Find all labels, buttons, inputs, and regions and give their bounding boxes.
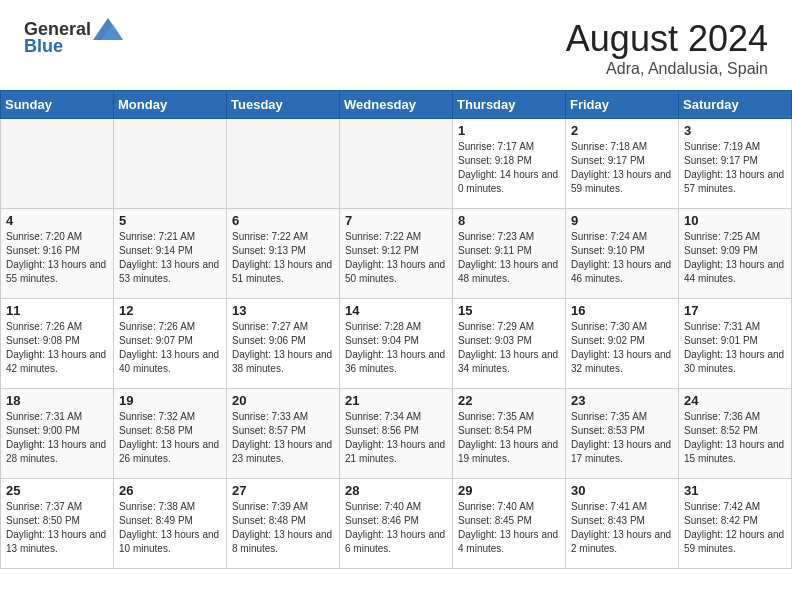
day-info: Sunrise: 7:34 AM Sunset: 8:56 PM Dayligh… <box>345 410 447 466</box>
day-number: 17 <box>684 303 786 318</box>
day-info: Sunrise: 7:35 AM Sunset: 8:54 PM Dayligh… <box>458 410 560 466</box>
calendar-cell: 4 Sunrise: 7:20 AM Sunset: 9:16 PM Dayli… <box>1 209 114 299</box>
day-info: Sunrise: 7:17 AM Sunset: 9:18 PM Dayligh… <box>458 140 560 196</box>
calendar-cell: 8 Sunrise: 7:23 AM Sunset: 9:11 PM Dayli… <box>453 209 566 299</box>
day-info: Sunrise: 7:39 AM Sunset: 8:48 PM Dayligh… <box>232 500 334 556</box>
calendar-cell: 29 Sunrise: 7:40 AM Sunset: 8:45 PM Dayl… <box>453 479 566 569</box>
calendar-cell <box>1 119 114 209</box>
day-number: 12 <box>119 303 221 318</box>
calendar-cell: 7 Sunrise: 7:22 AM Sunset: 9:12 PM Dayli… <box>340 209 453 299</box>
calendar-cell: 18 Sunrise: 7:31 AM Sunset: 9:00 PM Dayl… <box>1 389 114 479</box>
day-info: Sunrise: 7:19 AM Sunset: 9:17 PM Dayligh… <box>684 140 786 196</box>
calendar-cell: 13 Sunrise: 7:27 AM Sunset: 9:06 PM Dayl… <box>227 299 340 389</box>
weekday-header-sunday: Sunday <box>1 91 114 119</box>
day-number: 23 <box>571 393 673 408</box>
day-info: Sunrise: 7:41 AM Sunset: 8:43 PM Dayligh… <box>571 500 673 556</box>
day-number: 13 <box>232 303 334 318</box>
day-number: 26 <box>119 483 221 498</box>
day-info: Sunrise: 7:31 AM Sunset: 9:00 PM Dayligh… <box>6 410 108 466</box>
weekday-header-monday: Monday <box>114 91 227 119</box>
day-info: Sunrise: 7:29 AM Sunset: 9:03 PM Dayligh… <box>458 320 560 376</box>
calendar-cell: 19 Sunrise: 7:32 AM Sunset: 8:58 PM Dayl… <box>114 389 227 479</box>
day-info: Sunrise: 7:31 AM Sunset: 9:01 PM Dayligh… <box>684 320 786 376</box>
calendar-cell <box>114 119 227 209</box>
calendar-cell: 9 Sunrise: 7:24 AM Sunset: 9:10 PM Dayli… <box>566 209 679 299</box>
day-number: 25 <box>6 483 108 498</box>
day-number: 24 <box>684 393 786 408</box>
day-number: 16 <box>571 303 673 318</box>
calendar-week-0: 1 Sunrise: 7:17 AM Sunset: 9:18 PM Dayli… <box>1 119 792 209</box>
day-info: Sunrise: 7:40 AM Sunset: 8:46 PM Dayligh… <box>345 500 447 556</box>
day-number: 6 <box>232 213 334 228</box>
day-info: Sunrise: 7:27 AM Sunset: 9:06 PM Dayligh… <box>232 320 334 376</box>
day-info: Sunrise: 7:26 AM Sunset: 9:08 PM Dayligh… <box>6 320 108 376</box>
calendar-cell: 11 Sunrise: 7:26 AM Sunset: 9:08 PM Dayl… <box>1 299 114 389</box>
calendar-cell: 12 Sunrise: 7:26 AM Sunset: 9:07 PM Dayl… <box>114 299 227 389</box>
calendar-cell: 25 Sunrise: 7:37 AM Sunset: 8:50 PM Dayl… <box>1 479 114 569</box>
weekday-header-thursday: Thursday <box>453 91 566 119</box>
calendar-week-4: 25 Sunrise: 7:37 AM Sunset: 8:50 PM Dayl… <box>1 479 792 569</box>
day-info: Sunrise: 7:21 AM Sunset: 9:14 PM Dayligh… <box>119 230 221 286</box>
day-info: Sunrise: 7:25 AM Sunset: 9:09 PM Dayligh… <box>684 230 786 286</box>
calendar-cell: 14 Sunrise: 7:28 AM Sunset: 9:04 PM Dayl… <box>340 299 453 389</box>
weekday-header-friday: Friday <box>566 91 679 119</box>
calendar-cell <box>340 119 453 209</box>
day-number: 31 <box>684 483 786 498</box>
day-number: 29 <box>458 483 560 498</box>
day-number: 4 <box>6 213 108 228</box>
calendar-cell: 22 Sunrise: 7:35 AM Sunset: 8:54 PM Dayl… <box>453 389 566 479</box>
calendar-cell: 31 Sunrise: 7:42 AM Sunset: 8:42 PM Dayl… <box>679 479 792 569</box>
calendar-week-1: 4 Sunrise: 7:20 AM Sunset: 9:16 PM Dayli… <box>1 209 792 299</box>
calendar-cell: 23 Sunrise: 7:35 AM Sunset: 8:53 PM Dayl… <box>566 389 679 479</box>
title-block: August 2024 Adra, Andalusia, Spain <box>566 18 768 78</box>
calendar-cell: 26 Sunrise: 7:38 AM Sunset: 8:49 PM Dayl… <box>114 479 227 569</box>
weekday-header-tuesday: Tuesday <box>227 91 340 119</box>
calendar-cell: 6 Sunrise: 7:22 AM Sunset: 9:13 PM Dayli… <box>227 209 340 299</box>
logo: General Blue <box>24 18 123 57</box>
calendar-week-2: 11 Sunrise: 7:26 AM Sunset: 9:08 PM Dayl… <box>1 299 792 389</box>
calendar-cell: 2 Sunrise: 7:18 AM Sunset: 9:17 PM Dayli… <box>566 119 679 209</box>
weekday-header-saturday: Saturday <box>679 91 792 119</box>
logo-icon <box>93 18 123 40</box>
day-number: 7 <box>345 213 447 228</box>
day-info: Sunrise: 7:40 AM Sunset: 8:45 PM Dayligh… <box>458 500 560 556</box>
calendar-table: SundayMondayTuesdayWednesdayThursdayFrid… <box>0 90 792 569</box>
logo-blue-text: Blue <box>24 36 63 57</box>
day-number: 27 <box>232 483 334 498</box>
calendar-cell <box>227 119 340 209</box>
calendar-cell: 24 Sunrise: 7:36 AM Sunset: 8:52 PM Dayl… <box>679 389 792 479</box>
day-info: Sunrise: 7:26 AM Sunset: 9:07 PM Dayligh… <box>119 320 221 376</box>
calendar-cell: 10 Sunrise: 7:25 AM Sunset: 9:09 PM Dayl… <box>679 209 792 299</box>
day-number: 30 <box>571 483 673 498</box>
day-number: 3 <box>684 123 786 138</box>
day-number: 18 <box>6 393 108 408</box>
day-number: 19 <box>119 393 221 408</box>
day-info: Sunrise: 7:22 AM Sunset: 9:13 PM Dayligh… <box>232 230 334 286</box>
calendar-cell: 27 Sunrise: 7:39 AM Sunset: 8:48 PM Dayl… <box>227 479 340 569</box>
day-number: 15 <box>458 303 560 318</box>
calendar-cell: 30 Sunrise: 7:41 AM Sunset: 8:43 PM Dayl… <box>566 479 679 569</box>
day-info: Sunrise: 7:24 AM Sunset: 9:10 PM Dayligh… <box>571 230 673 286</box>
calendar-cell: 1 Sunrise: 7:17 AM Sunset: 9:18 PM Dayli… <box>453 119 566 209</box>
day-number: 8 <box>458 213 560 228</box>
calendar-cell: 17 Sunrise: 7:31 AM Sunset: 9:01 PM Dayl… <box>679 299 792 389</box>
day-info: Sunrise: 7:37 AM Sunset: 8:50 PM Dayligh… <box>6 500 108 556</box>
calendar-week-3: 18 Sunrise: 7:31 AM Sunset: 9:00 PM Dayl… <box>1 389 792 479</box>
day-info: Sunrise: 7:23 AM Sunset: 9:11 PM Dayligh… <box>458 230 560 286</box>
month-year-title: August 2024 <box>566 18 768 60</box>
calendar-cell: 3 Sunrise: 7:19 AM Sunset: 9:17 PM Dayli… <box>679 119 792 209</box>
day-info: Sunrise: 7:33 AM Sunset: 8:57 PM Dayligh… <box>232 410 334 466</box>
calendar-cell: 21 Sunrise: 7:34 AM Sunset: 8:56 PM Dayl… <box>340 389 453 479</box>
day-info: Sunrise: 7:32 AM Sunset: 8:58 PM Dayligh… <box>119 410 221 466</box>
weekday-header-wednesday: Wednesday <box>340 91 453 119</box>
calendar-cell: 16 Sunrise: 7:30 AM Sunset: 9:02 PM Dayl… <box>566 299 679 389</box>
calendar-cell: 5 Sunrise: 7:21 AM Sunset: 9:14 PM Dayli… <box>114 209 227 299</box>
calendar-cell: 28 Sunrise: 7:40 AM Sunset: 8:46 PM Dayl… <box>340 479 453 569</box>
day-number: 9 <box>571 213 673 228</box>
day-number: 11 <box>6 303 108 318</box>
day-info: Sunrise: 7:30 AM Sunset: 9:02 PM Dayligh… <box>571 320 673 376</box>
day-info: Sunrise: 7:35 AM Sunset: 8:53 PM Dayligh… <box>571 410 673 466</box>
location-subtitle: Adra, Andalusia, Spain <box>566 60 768 78</box>
day-number: 2 <box>571 123 673 138</box>
day-number: 21 <box>345 393 447 408</box>
